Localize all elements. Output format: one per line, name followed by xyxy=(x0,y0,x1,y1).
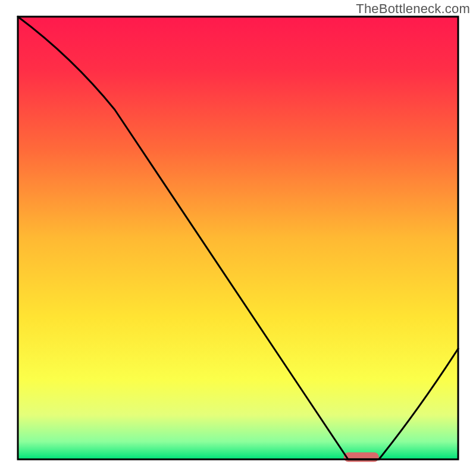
bottleneck-chart: TheBottleneck.com xyxy=(0,0,476,476)
chart-svg xyxy=(0,0,476,476)
watermark-text: TheBottleneck.com xyxy=(356,1,470,17)
chart-background xyxy=(18,17,458,459)
optimum-marker xyxy=(344,452,379,462)
